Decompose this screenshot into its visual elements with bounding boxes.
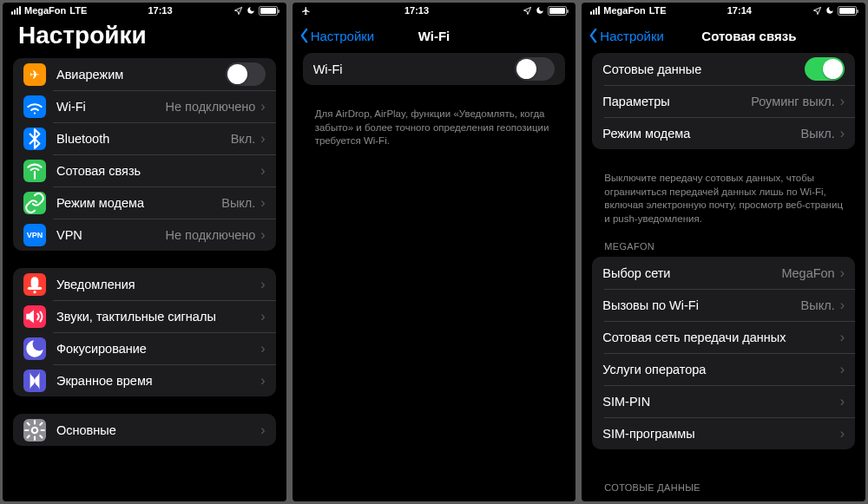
row-label: Услуги оператора	[602, 363, 839, 376]
hour-icon	[23, 370, 46, 392]
row-value: Выкл.	[801, 298, 835, 312]
settings-row[interactable]: Основные›	[13, 414, 276, 446]
svg-point-3	[33, 291, 36, 293]
chevron-left-icon	[589, 28, 598, 43]
row-label: Параметры	[602, 95, 751, 108]
chevron-right-icon: ›	[840, 331, 845, 344]
row-label: Bluetooth	[56, 132, 231, 146]
location-icon	[812, 6, 822, 16]
back-button[interactable]: Настройки	[589, 28, 664, 43]
row-label: SIM-PIN	[602, 395, 839, 409]
settings-row[interactable]: Фокусирование›	[13, 332, 276, 364]
chevron-right-icon: ›	[260, 132, 265, 146]
page-title: Настройки	[3, 18, 286, 58]
back-button[interactable]: Настройки	[299, 28, 375, 43]
settings-row[interactable]: Режим модемаВыкл.›	[592, 117, 855, 149]
settings-row[interactable]: Выбор сетиMegaFon›	[592, 257, 855, 289]
section-footer: Для AirDrop, AirPlay, функции «Уведомлят…	[303, 102, 566, 148]
row-label: Звуки, тактильные сигналы	[56, 310, 260, 324]
settings-section: ✈Авиарежим Wi-FiНе подключено› Bluetooth…	[13, 58, 276, 251]
svg-point-4	[32, 427, 38, 433]
dnd-moon-icon	[247, 6, 255, 15]
settings-row[interactable]: Сотовые данные	[592, 53, 855, 85]
chevron-right-icon: ›	[840, 363, 845, 376]
row-label: VPN	[56, 228, 166, 242]
toggle-switch[interactable]	[805, 57, 845, 81]
row-label: Авиарежим	[56, 68, 226, 82]
settings-section: Wi-Fi	[303, 53, 566, 85]
settings-row[interactable]: ПараметрыРоуминг выкл.›	[592, 85, 855, 117]
status-network: LTE	[649, 5, 667, 16]
chevron-right-icon: ›	[260, 196, 265, 210]
row-label: Wi-Fi	[313, 62, 516, 76]
row-label: Уведомления	[56, 278, 260, 291]
row-label: Wi-Fi	[56, 100, 166, 114]
row-label: SIM-программы	[602, 427, 839, 441]
dnd-moon-icon	[825, 6, 834, 15]
chevron-right-icon: ›	[840, 298, 845, 312]
settings-row[interactable]: Режим модемаВыкл.›	[13, 187, 276, 219]
settings-row[interactable]: Вызовы по Wi-FiВыкл.›	[592, 289, 855, 321]
status-carrier: MegaFon	[603, 5, 645, 16]
back-label: Настройки	[311, 29, 375, 43]
VPN-icon: VPN	[23, 224, 46, 246]
battery-icon	[838, 6, 857, 16]
settings-row[interactable]: Звуки, тактильные сигналы›	[13, 300, 276, 332]
row-value: Вкл.	[231, 132, 256, 146]
svg-point-0	[34, 112, 36, 114]
battery-icon	[548, 6, 567, 16]
settings-row[interactable]: Wi-FiНе подключено›	[13, 90, 276, 122]
settings-row[interactable]: Уведомления›	[13, 268, 276, 300]
chevron-right-icon: ›	[260, 310, 265, 324]
row-value: MegaFon	[781, 266, 834, 280]
settings-row[interactable]: BluetoothВкл.›	[13, 122, 276, 154]
svg-rect-2	[31, 277, 39, 288]
toggle-switch[interactable]	[226, 62, 266, 86]
settings-section: Основные›	[13, 414, 276, 446]
bt-icon	[23, 128, 46, 150]
section-header: СОТОВЫЕ ДАННЫЕ	[592, 467, 855, 498]
toggle-switch[interactable]	[515, 57, 555, 81]
snd-icon	[23, 305, 46, 328]
battery-icon	[259, 6, 278, 16]
phone-screen: MegaFon LTE 17:13 Настройки ✈Авиарежим W…	[3, 3, 286, 501]
settings-section: Сотовые данные ПараметрыРоуминг выкл.› Р…	[592, 53, 855, 149]
row-label: Фокусирование	[56, 342, 260, 356]
row-label: Экранное время	[56, 374, 260, 388]
dnd-moon-icon	[536, 6, 544, 15]
status-time: 17:14	[727, 5, 752, 16]
cellular-signal-icon	[11, 6, 21, 15]
row-value: Выкл.	[801, 127, 835, 141]
bell-icon	[23, 273, 46, 296]
settings-row[interactable]: Wi-Fi	[303, 53, 566, 85]
row-label: Сотовая связь	[56, 164, 260, 178]
status-carrier: MegaFon	[24, 5, 66, 16]
status-time: 17:13	[404, 5, 429, 16]
settings-row[interactable]: Услуги оператора›	[592, 353, 855, 385]
settings-row[interactable]: SIM-PIN›	[592, 385, 855, 417]
phone-screen: 17:13 Настройки Wi-Fi Wi-Fi Для AirDrop,…	[293, 3, 576, 501]
row-value: Не подключено	[166, 228, 256, 242]
status-bar: MegaFon LTE 17:13	[3, 3, 286, 18]
chevron-right-icon: ›	[840, 95, 845, 108]
status-network: LTE	[69, 5, 87, 16]
row-label: Сотовые данные	[602, 62, 805, 76]
chevron-right-icon: ›	[260, 100, 265, 114]
chevron-right-icon: ›	[840, 266, 845, 280]
settings-row[interactable]: VPNVPNНе подключено›	[13, 219, 276, 251]
location-icon	[233, 6, 243, 16]
row-label: Вызовы по Wi-Fi	[602, 298, 800, 312]
section-footer: Выключите передачу сотовых данных, чтобы…	[592, 167, 855, 226]
status-bar: MegaFon LTE 17:14	[582, 3, 865, 18]
row-value: Не подключено	[166, 100, 256, 114]
chevron-right-icon: ›	[260, 342, 265, 356]
row-label: Режим модема	[602, 127, 800, 141]
settings-row[interactable]: Экранное время›	[13, 364, 276, 396]
settings-row[interactable]: Сотовая сеть передачи данных›	[592, 321, 855, 353]
row-label: Сотовая сеть передачи данных	[602, 331, 839, 344]
row-label: Основные	[56, 423, 260, 437]
settings-row[interactable]: SIM-программы›	[592, 417, 855, 449]
gear-icon	[23, 419, 46, 442]
settings-row[interactable]: ✈Авиарежим	[13, 58, 276, 90]
settings-row[interactable]: Сотовая связь›	[13, 154, 276, 187]
